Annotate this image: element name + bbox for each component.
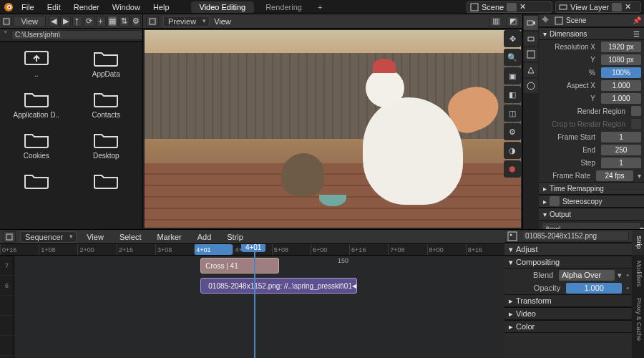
check-render-region[interactable] — [631, 106, 641, 116]
prop-tab-output[interactable] — [524, 32, 538, 46]
panel-adjust[interactable]: ▾Adjust — [504, 243, 632, 256]
strip-name-input[interactable] — [522, 231, 629, 241]
pan-icon[interactable]: ✥ — [504, 30, 521, 47]
viewlayer-browse-icon[interactable] — [612, 3, 622, 11]
preset-icon[interactable]: ☰ — [633, 30, 640, 38]
prop-tab-scene[interactable] — [524, 63, 538, 77]
panel-output[interactable]: ▾Output — [539, 208, 644, 221]
value-frame-start[interactable]: 1 — [601, 132, 641, 142]
folder-item[interactable] — [73, 170, 140, 193]
seq-menu-view[interactable]: View — [81, 231, 109, 243]
value-frame-rate[interactable]: 24 fps — [596, 170, 633, 181]
value-aspect-y[interactable]: 1.000 — [601, 93, 641, 104]
side-tab-strip[interactable]: Strip — [632, 230, 644, 255]
folder-browse-icon[interactable]: 🗀 — [639, 226, 644, 230]
value-frame-end[interactable]: 250 — [601, 145, 641, 155]
folder-applicationdata[interactable]: Application D.. — [3, 88, 70, 119]
preview-overlay-icon[interactable]: ◩ — [507, 16, 519, 27]
folder-contacts[interactable]: Contacts — [73, 88, 140, 119]
menu-help[interactable]: Help — [147, 1, 175, 13]
panel-transform[interactable]: ▸Transform — [504, 294, 632, 307]
pin-icon[interactable]: 📌 — [633, 16, 641, 24]
chevron-down-icon[interactable]: ▾ — [618, 271, 622, 280]
strip-cross[interactable]: Cross | 41 — [200, 258, 279, 274]
scene-selector[interactable]: Scene ✕ — [467, 1, 552, 13]
view-image-icon[interactable]: ▣ — [504, 67, 521, 84]
panel-compositing[interactable]: ▾Compositing — [504, 256, 632, 268]
scene-name-field[interactable]: Scene — [566, 16, 586, 24]
workspace-tab-video-editing[interactable]: Video Editing — [191, 1, 255, 13]
scene-browse-icon[interactable] — [507, 3, 517, 11]
mask-icon[interactable]: ◑ — [504, 142, 521, 159]
view-wire-icon[interactable]: ◫ — [504, 105, 521, 122]
side-tab-proxy[interactable]: Proxy & Cache — [632, 292, 644, 347]
prop-tab-viewlayer[interactable] — [524, 47, 538, 62]
channel-6[interactable]: 01085-2048x1152.png: //..\spring_presski… — [14, 276, 504, 296]
anim-dot-icon[interactable]: • — [626, 284, 629, 292]
timeline[interactable]: 0+16 1+08 2+00 2+16 3+08 4+01 4+16 5+08 … — [0, 244, 504, 358]
seq-menu-add[interactable]: Add — [192, 231, 218, 243]
panel-dimensions[interactable]: ▾Dimensions☰ — [539, 27, 644, 40]
value-frame-step[interactable]: 1 — [601, 158, 641, 168]
path-chevron-icon[interactable]: ˅ — [0, 30, 11, 39]
side-tab-modifiers[interactable]: Modifiers — [632, 255, 644, 293]
panel-time-remapping[interactable]: ▸Time Remapping — [539, 182, 644, 195]
strip-handle-right[interactable]: ◀ — [352, 279, 357, 293]
output-path-field[interactable]: 🗀 — [542, 222, 641, 229]
folder-desktop[interactable]: Desktop — [73, 129, 140, 160]
viewlayer-selector[interactable]: View Layer ✕ — [555, 1, 641, 13]
gear-icon[interactable]: ⚙ — [504, 123, 521, 140]
value-opacity[interactable]: 1.000 — [566, 283, 622, 294]
menu-render[interactable]: Render — [68, 1, 105, 13]
panel-color[interactable]: ▸Color — [504, 320, 632, 333]
seq-menu-select[interactable]: Select — [114, 231, 147, 243]
display-icons-icon[interactable]: ▦ — [107, 16, 117, 27]
channel-7[interactable]: Cross | 41 150 — [14, 256, 504, 276]
nav-up-icon[interactable]: ⭡ — [72, 16, 82, 27]
pin-icon[interactable] — [542, 16, 552, 26]
seq-menu-strip[interactable]: Strip — [221, 231, 249, 243]
preview-editor-icon[interactable] — [146, 16, 159, 27]
folder-appdata[interactable]: AppData — [73, 47, 140, 78]
folder-up[interactable]: .. — [3, 47, 70, 78]
value-blend[interactable]: Alpha Over — [559, 270, 615, 281]
preview-mode-select[interactable]: Preview — [163, 16, 210, 27]
nav-refresh-icon[interactable]: ⟳ — [84, 16, 94, 27]
output-path-input[interactable] — [545, 226, 636, 230]
new-folder-icon[interactable]: ＋ — [96, 16, 106, 27]
path-input[interactable] — [11, 30, 142, 40]
preview-canvas[interactable] — [145, 30, 521, 228]
value-pct[interactable]: 100% — [601, 67, 641, 78]
sequencer-mode-select[interactable]: Sequencer — [20, 231, 77, 243]
value-res-y[interactable]: 1080 px — [601, 54, 641, 65]
check-stereoscopy[interactable] — [550, 196, 560, 206]
channel-3[interactable] — [14, 336, 504, 356]
prop-tab-world[interactable] — [524, 79, 538, 93]
annotate-icon[interactable]: ⬢ — [504, 160, 521, 178]
sequencer-editor-icon[interactable] — [3, 231, 16, 243]
seq-menu-marker[interactable]: Marker — [151, 231, 187, 243]
value-aspect-x[interactable]: 1.000 — [601, 80, 641, 91]
panel-video[interactable]: ▸Video — [504, 307, 632, 320]
menu-edit[interactable]: Edit — [42, 1, 67, 13]
preview-channels-icon[interactable]: ▥ — [489, 16, 502, 27]
chevron-down-icon[interactable]: ▾ — [638, 172, 641, 180]
nav-forward-icon[interactable]: ▶ — [60, 16, 70, 27]
channel-4[interactable] — [14, 316, 504, 336]
view-solid-icon[interactable]: ◧ — [504, 86, 521, 103]
prop-tab-render[interactable] — [524, 16, 538, 30]
anim-dot-icon[interactable]: • — [626, 271, 629, 279]
playhead[interactable]: 4+01 — [254, 244, 255, 358]
workspace-tab-rendering[interactable]: Rendering — [257, 1, 311, 13]
workspace-tab-add[interactable]: + — [313, 1, 326, 13]
panel-stereoscopy[interactable]: ▸Stereoscopy — [539, 195, 644, 208]
display-sort-icon[interactable]: ⇅ — [119, 16, 129, 27]
channel-5[interactable] — [14, 296, 504, 316]
filter-icon[interactable]: ⚙ — [131, 16, 141, 27]
menu-window[interactable]: Window — [107, 1, 146, 13]
folder-cookies[interactable]: Cookies — [3, 129, 70, 160]
strip-image[interactable]: 01085-2048x1152.png: //..\spring_presski… — [200, 278, 357, 294]
close-icon[interactable]: ✕ — [519, 2, 526, 11]
close-icon[interactable]: ✕ — [625, 2, 631, 11]
zoom-icon[interactable]: 🔍 — [504, 49, 521, 66]
